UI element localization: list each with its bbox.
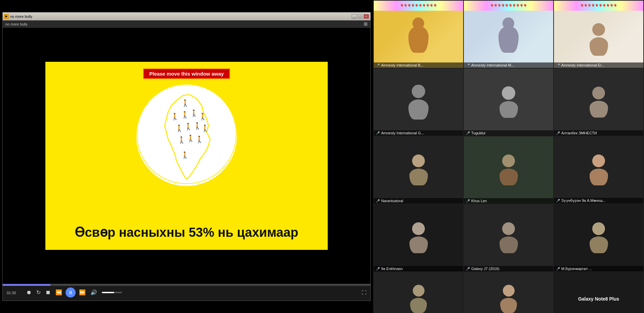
grid-icon[interactable]: ⊞ <box>364 21 368 27</box>
svg-text:🚶: 🚶 <box>184 123 193 131</box>
participant-video <box>464 11 553 68</box>
participant-cell: 🎤 М.Бурэнжаргал ... <box>554 204 643 271</box>
participant-cell: 🎤 Tuguldur <box>464 69 553 136</box>
participant-cell: 🎈🎈🎈🎈🎈🎈🎈🎈🎈🎈 🎤 Amnesty international Er... <box>554 1 643 68</box>
player-menu-bar: no more bully ⊞ <box>3 20 370 28</box>
participant-cell: 🎤 Galaxy J7 (2016) <box>464 204 553 271</box>
participant-name: 9a Enkhnasn <box>381 267 403 271</box>
slide-main-text: Өсвөр насныхны 53% нь цахимаар <box>45 225 328 240</box>
participant-video <box>374 204 463 271</box>
video-area: ▶ no more bully _ □ × no more bully ⊞ Pl… <box>0 0 373 313</box>
participant-name: Amnesty International M... <box>471 63 514 67</box>
mic-icon: 🎤 <box>376 63 380 67</box>
participant-cell: 🎤 Зүүнбүрэн 9а А.Мөнхш... <box>554 136 643 204</box>
video-content: Please move this window away 🚶 <box>3 28 370 284</box>
mic-icon: 🎤 <box>466 199 470 203</box>
mic-icon: 🎤 <box>556 267 560 271</box>
participant-name-bar: 🎤 Amnesty International M... <box>464 62 553 68</box>
participant-cell: 🎤 Narantsatsral <box>374 136 463 204</box>
minimize-button[interactable]: _ <box>352 14 357 19</box>
participant-video <box>464 204 553 271</box>
participant-cell: 🎤 9a Enkhnasn <box>374 204 463 271</box>
mic-icon: 🎤 <box>466 63 470 67</box>
balloon-decoration: 🎈🎈🎈🎈🎈🎈🎈🎈🎈🎈 <box>464 1 553 11</box>
player-title: no more bully <box>10 14 352 18</box>
participant-name: Алтанбек ЭМНЕСТИ <box>561 131 597 135</box>
svg-text:🚶: 🚶 <box>199 113 207 121</box>
participant-video <box>374 272 463 313</box>
participant-name: Galaxy J7 (2016) <box>471 267 499 271</box>
participant-name-bar: 🎤 М.Бурэнжаргал ... <box>554 266 643 271</box>
participant-video <box>464 69 553 136</box>
time-display: 01:30 <box>7 291 20 295</box>
record-button[interactable]: ⏺ <box>25 289 33 296</box>
participant-name-bar: 🎤 Зүүнбүрэн 9а А.Мөнхш... <box>554 198 643 204</box>
window-controls[interactable]: _ □ × <box>352 14 369 19</box>
mic-icon: 🎤 <box>376 199 380 203</box>
svg-text:🚶: 🚶 <box>171 113 179 121</box>
progress-fill <box>3 284 50 286</box>
participant-name-bar: 🎤 Galaxy J7 (2016) <box>464 266 553 271</box>
participant-cell: 🎤 Khus Len <box>464 136 553 204</box>
svg-text:🚶: 🚶 <box>175 124 184 132</box>
participant-name: Amnesty International B... <box>381 63 424 67</box>
participant-name-bar: 🎤 Алтанбек ЭМНЕСТИ <box>554 130 643 136</box>
participant-video <box>554 136 643 204</box>
participant-name-bar: 🎤 Amnesty International G... <box>374 130 463 136</box>
presentation-slide: Please move this window away 🚶 <box>45 62 328 250</box>
participant-cell: 🎤 Зөнбилэг 9а <box>464 272 553 313</box>
maximize-button[interactable]: □ <box>358 14 363 19</box>
controls-bar: 01:30 ⏺ ↻ ⏹ ⏪ ⏸ ⏩ 🔊 ⛶ <box>3 284 370 301</box>
participant-name-bar: 🎤 9a Enkhnasn <box>374 266 463 271</box>
participant-name-bar: 🎤 Tuguldur <box>464 130 553 136</box>
participant-name-bar: 🎤 Amnesty International B... <box>374 62 463 68</box>
forward-button[interactable]: ⏩ <box>78 288 87 296</box>
participant-extra-label: Galaxy Note8 Plus <box>578 296 619 302</box>
participants-panel: 🎈🎈🎈🎈🎈🎈🎈🎈🎈🎈 🎤 Amnesty International B... … <box>373 0 644 313</box>
svg-text:🚶: 🚶 <box>195 135 204 143</box>
participant-name: Tuguldur <box>471 131 486 135</box>
svg-text:🚶: 🚶 <box>181 111 189 119</box>
participants-grid: 🎈🎈🎈🎈🎈🎈🎈🎈🎈🎈 🎤 Amnesty International B... … <box>373 0 644 313</box>
window-title-label: no more bully <box>5 22 28 26</box>
participant-video <box>554 69 643 136</box>
fullscreen-button[interactable]: ⛶ <box>362 290 366 295</box>
participant-name: Khus Len <box>471 199 487 203</box>
participant-cell: 🎤 Алтанбек ЭМНЕСТИ <box>554 69 643 136</box>
svg-text:🚶: 🚶 <box>181 151 189 159</box>
participant-video <box>374 11 463 68</box>
participant-name-bar: 🎤 Khus Len <box>464 198 553 204</box>
close-button[interactable]: × <box>364 14 369 19</box>
participant-name: Amnesty international Er... <box>561 63 604 67</box>
mic-icon: 🎤 <box>556 199 560 203</box>
player-titlebar: ▶ no more bully _ □ × <box>3 12 370 20</box>
volume-slider[interactable] <box>102 292 122 293</box>
participant-cell: 🎈🎈🎈🎈🎈🎈🎈🎈🎈🎈 🎤 Amnesty International M... <box>464 1 553 68</box>
loop-button[interactable]: ↻ <box>35 288 42 296</box>
participant-name-bar: 🎤 Amnesty international Er... <box>554 62 643 68</box>
mic-icon: 🎤 <box>376 267 380 271</box>
volume-button[interactable]: 🔊 <box>89 288 98 296</box>
rewind-button[interactable]: ⏪ <box>54 288 64 296</box>
participant-name: Зүүнбүрэн 9а А.Мөнхш... <box>561 198 606 203</box>
svg-text:🚶: 🚶 <box>177 136 186 144</box>
warning-banner: Please move this window away <box>143 69 230 79</box>
stop-button[interactable]: ⏹ <box>44 289 52 296</box>
participant-cell: 🎤 Билэгт Баясгалан <box>374 272 463 313</box>
participant-cell: Galaxy Note8 Plus 🎤 Galaxy Note8 Plus <box>554 272 643 313</box>
participant-video <box>374 69 463 136</box>
participant-cell: 🎈🎈🎈🎈🎈🎈🎈🎈🎈🎈 🎤 Amnesty International B... <box>374 1 463 68</box>
participant-video <box>464 272 553 313</box>
player-window: ▶ no more bully _ □ × no more bully ⊞ Pl… <box>2 12 371 301</box>
mic-icon: 🎤 <box>556 63 560 67</box>
svg-text:🚶: 🚶 <box>187 134 195 142</box>
participant-video <box>554 204 643 271</box>
participant-name: Amnesty International G... <box>381 131 424 135</box>
pause-button[interactable]: ⏸ <box>66 287 76 298</box>
mic-icon: 🎤 <box>466 131 470 135</box>
player-icon: ▶ <box>4 14 9 19</box>
progress-bar[interactable] <box>3 284 370 286</box>
participant-video <box>464 136 553 204</box>
participant-video <box>374 136 463 204</box>
svg-text:🚶: 🚶 <box>193 122 202 130</box>
